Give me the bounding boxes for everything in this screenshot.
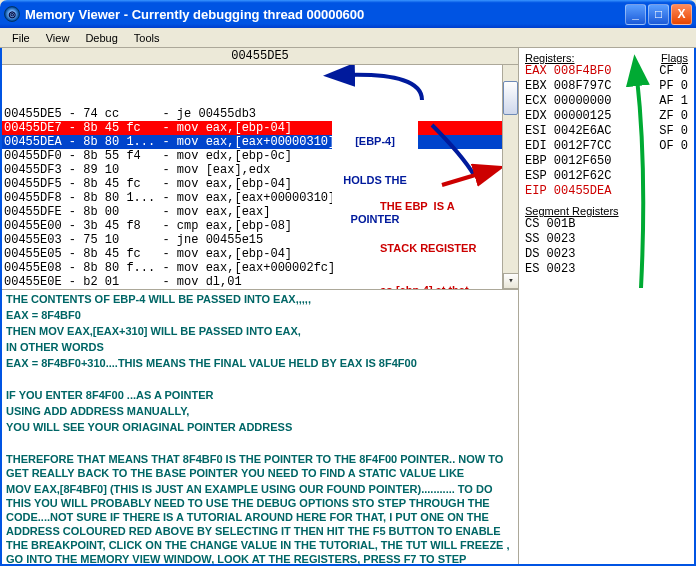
registers-panel: Registers: Flags EAX 008F4BF0CF 0EBX 008… (519, 48, 694, 564)
address-header: 00455DE5 (2, 48, 518, 65)
notes-line: THEN MOV EAX,[EAX+310] WILL BE PASSED IN… (6, 324, 514, 338)
register-row: EBX 008F797CPF 0 (525, 79, 688, 94)
menu-debug[interactable]: Debug (77, 30, 125, 46)
notes-line (6, 436, 514, 450)
segment-row: SS 0023 (525, 232, 688, 247)
notes-line: THEREFORE THAT MEANS THAT 8F4BF0 IS THE … (6, 452, 514, 480)
notes-line: EAX = 8F4BF0 (6, 308, 514, 322)
disasm-row[interactable]: 00455DE7 - 8b 45 fc - mov eax,[ebp-04] (2, 121, 502, 135)
ebp-line1: [EBP-4] (335, 135, 415, 148)
scroll-thumb[interactable] (503, 81, 518, 115)
segment-row: ES 0023 (525, 262, 688, 277)
blue-arrow-icon (347, 75, 422, 100)
register-row: EAX 008F4BF0CF 0 (525, 64, 688, 79)
menu-view[interactable]: View (38, 30, 78, 46)
notes-line: EAX = 8F4BF0+310....THIS MEANS THE FINAL… (6, 356, 514, 370)
app-icon: ⊚ (4, 6, 20, 22)
notes-panel[interactable]: THE CONTENTS OF EBP-4 WILL BE PASSED INT… (2, 289, 518, 564)
menu-file[interactable]: File (4, 30, 38, 46)
notes-line: IN OTHER WORDS (6, 340, 514, 354)
menubar: File View Debug Tools (0, 28, 696, 48)
notes-line: MOV EAX,[8F4BF0] (THIS IS JUST AN EXAMPL… (6, 482, 514, 564)
content-area: 00455DE5 00455DE5 - 74 cc - je 00455db30… (0, 48, 696, 566)
titlebar: ⊚ Memory Viewer - Currently debugging th… (0, 0, 696, 28)
menu-tools[interactable]: Tools (126, 30, 168, 46)
disasm-row[interactable]: 00455DF0 - 8b 55 f4 - mov edx,[ebp-0c] (2, 149, 502, 163)
close-button[interactable]: X (671, 4, 692, 25)
register-row: EDI 0012F7CCOF 0 (525, 139, 688, 154)
minimize-button[interactable]: _ (625, 4, 646, 25)
register-row: EDX 00000125ZF 0 (525, 109, 688, 124)
segments-label: Segment Registers (525, 205, 688, 217)
notes-line (6, 372, 514, 386)
red-annotation: THE EBP IS A STACK REGISTER so [ebp-4] a… (380, 171, 500, 289)
segment-list: CS 001BSS 0023DS 0023ES 0023 (525, 217, 688, 277)
notes-line: THE CONTENTS OF EBP-4 WILL BE PASSED INT… (6, 292, 514, 306)
segment-row: CS 001B (525, 217, 688, 232)
disasm-row[interactable]: 00455DEA - 8b 80 1... - mov eax,[eax+000… (2, 135, 502, 149)
left-panel: 00455DE5 00455DE5 - 74 cc - je 00455db30… (2, 48, 519, 564)
register-row: ECX 00000000AF 1 (525, 94, 688, 109)
register-row: ESI 0042E6ACSF 0 (525, 124, 688, 139)
register-row: EBP 0012F650 (525, 154, 688, 169)
scroll-down-arrow[interactable]: ▾ (503, 273, 518, 289)
notes-line: USING ADD ADDRESS MANUALLY, (6, 404, 514, 418)
flags-label: Flags (661, 52, 688, 64)
register-list: EAX 008F4BF0CF 0EBX 008F797CPF 0ECX 0000… (525, 64, 688, 199)
reg-header: Registers: Flags (525, 52, 688, 64)
disasm-row[interactable]: 00455DE5 - 74 cc - je 00455db3 (2, 107, 502, 121)
maximize-button[interactable]: □ (648, 4, 669, 25)
window-title: Memory Viewer - Currently debugging thre… (25, 7, 623, 22)
segment-row: DS 0023 (525, 247, 688, 262)
disasm-scrollbar[interactable]: ▴ ▾ (502, 65, 518, 289)
registers-label: Registers: (525, 52, 575, 64)
disassembly-listing[interactable]: 00455DE5 - 74 cc - je 00455db300455DE7 -… (2, 65, 518, 289)
register-row: ESP 0012F62C (525, 169, 688, 184)
register-row: EIP 00455DEA (525, 184, 688, 199)
notes-line: YOU WILL SEE YOUR ORIAGINAL POINTER ADDR… (6, 420, 514, 434)
notes-line: IF YOU ENTER 8F4F00 ...AS A POINTER (6, 388, 514, 402)
